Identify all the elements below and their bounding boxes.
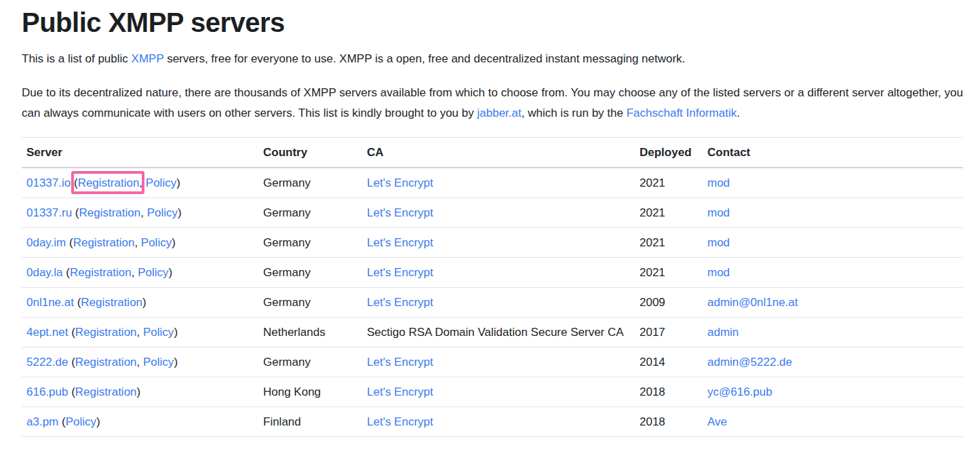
punctuation-text: ) bbox=[137, 385, 141, 398]
server-link[interactable]: 0day.im bbox=[26, 236, 66, 249]
ca-link[interactable]: Let's Encrypt bbox=[367, 176, 433, 189]
server-link[interactable]: 01337.io bbox=[26, 176, 71, 189]
xmpp-link[interactable]: XMPP bbox=[132, 52, 164, 65]
table-header-row: Server Country CA Deployed Contact bbox=[22, 138, 963, 168]
intro-text-2: servers, free for everyone to use. XMPP … bbox=[163, 52, 685, 65]
ca-cell: Let's Encrypt bbox=[362, 228, 635, 258]
description-paragraph: Due to its decentralized nature, there a… bbox=[22, 83, 963, 124]
registration-link[interactable]: Registration bbox=[78, 176, 140, 189]
registration-link[interactable]: Registration bbox=[75, 356, 137, 369]
table-row: 4ept.net (Registration, Policy) Netherla… bbox=[22, 318, 963, 347]
ca-link[interactable]: Let's Encrypt bbox=[367, 415, 433, 428]
table-row: 616.pub (Registration) Hong Kong Let's E… bbox=[22, 377, 963, 407]
registration-link[interactable]: Registration bbox=[73, 236, 135, 249]
server-link[interactable]: 616.pub bbox=[26, 385, 68, 398]
table-row: 0nl1ne.at (Registration) Germany Let's E… bbox=[22, 288, 963, 318]
contact-link[interactable]: mod bbox=[707, 236, 730, 249]
ca-link[interactable]: Let's Encrypt bbox=[367, 266, 433, 279]
ca-cell: Let's Encrypt bbox=[362, 347, 635, 377]
policy-link[interactable]: Policy bbox=[147, 206, 178, 219]
contact-cell: Ave bbox=[703, 407, 963, 437]
policy-link[interactable]: Policy bbox=[143, 356, 174, 369]
registration-link[interactable]: Registration bbox=[81, 296, 142, 309]
punctuation-text: ) bbox=[176, 176, 180, 189]
column-header-ca: CA bbox=[362, 138, 635, 168]
contact-cell: admin bbox=[703, 318, 963, 347]
punctuation-text: ) bbox=[172, 236, 176, 249]
punctuation-text: , bbox=[137, 326, 143, 339]
policy-link[interactable]: Policy bbox=[141, 236, 172, 249]
column-header-contact: Contact bbox=[703, 138, 963, 168]
contact-link[interactable]: admin bbox=[707, 326, 739, 339]
policy-link[interactable]: Policy bbox=[143, 326, 174, 339]
server-cell: 0day.im (Registration, Policy) bbox=[22, 228, 258, 258]
server-link[interactable]: a3.pm bbox=[26, 415, 58, 428]
country-cell: Hong Kong bbox=[258, 377, 362, 407]
ca-link[interactable]: Let's Encrypt bbox=[367, 206, 433, 219]
punctuation-text: , bbox=[137, 356, 143, 369]
intro-text-1: This is a list of public bbox=[22, 52, 132, 65]
contact-link[interactable]: mod bbox=[707, 176, 730, 189]
server-cell: a3.pm (Policy) bbox=[22, 407, 258, 437]
ca-link[interactable]: Let's Encrypt bbox=[367, 236, 433, 249]
punctuation-text: ) bbox=[168, 266, 172, 279]
punctuation-text: , bbox=[134, 236, 140, 249]
policy-link[interactable]: Policy bbox=[66, 415, 96, 428]
ca-cell: Let's Encrypt bbox=[362, 198, 635, 228]
punctuation-text: ) bbox=[96, 415, 100, 428]
table-row: a3.pm (Policy) Finland Let's Encrypt 201… bbox=[22, 407, 963, 437]
server-link[interactable]: 0nl1ne.at bbox=[26, 296, 74, 309]
contact-link[interactable]: mod bbox=[707, 206, 730, 219]
ca-link[interactable]: Let's Encrypt bbox=[367, 296, 433, 309]
ca-cell: Let's Encrypt bbox=[362, 407, 635, 437]
policy-link[interactable]: Policy bbox=[146, 176, 176, 189]
column-header-server: Server bbox=[22, 138, 258, 168]
registration-link[interactable]: Registration bbox=[75, 385, 137, 398]
jabber-at-link[interactable]: jabber.at bbox=[477, 107, 521, 119]
server-link[interactable]: 01337.ru bbox=[26, 206, 72, 219]
server-cell: 0day.la (Registration, Policy) bbox=[22, 258, 258, 288]
contact-link[interactable]: admin@0nl1ne.at bbox=[707, 296, 798, 309]
server-cell: 0nl1ne.at (Registration) bbox=[22, 288, 258, 318]
server-link[interactable]: 0day.la bbox=[26, 266, 63, 279]
deployed-cell: 2021 bbox=[635, 258, 703, 288]
table-row: 01337.io (Registration, Policy) Germany … bbox=[22, 168, 963, 198]
contact-link[interactable]: admin@5222.de bbox=[707, 356, 792, 369]
server-link[interactable]: 4ept.net bbox=[26, 326, 68, 339]
deployed-cell: 2014 bbox=[635, 347, 703, 377]
contact-cell: admin@5222.de bbox=[703, 347, 963, 377]
policy-link[interactable]: Policy bbox=[138, 266, 168, 279]
server-link[interactable]: 5222.de bbox=[26, 356, 68, 369]
contact-link[interactable]: Ave bbox=[707, 415, 727, 428]
fachschaft-informatik-link[interactable]: Fachschaft Informatik bbox=[627, 107, 737, 119]
server-cell: 4ept.net (Registration, Policy) bbox=[22, 318, 258, 347]
contact-link[interactable]: yc@616.pub bbox=[707, 385, 772, 398]
registration-link[interactable]: Registration bbox=[70, 266, 132, 279]
description-text-3: . bbox=[737, 107, 740, 119]
server-cell: 5222.de (Registration, Policy) bbox=[22, 347, 258, 377]
registration-link[interactable]: Registration bbox=[75, 326, 137, 339]
deployed-cell: 2018 bbox=[635, 377, 703, 407]
column-header-country: Country bbox=[258, 138, 362, 168]
server-cell: 01337.io (Registration, Policy) bbox=[22, 168, 258, 198]
ca-text: Sectigo RSA Domain Validation Secure Ser… bbox=[367, 326, 624, 339]
servers-table: Server Country CA Deployed Contact 01337… bbox=[22, 137, 963, 437]
ca-link[interactable]: Let's Encrypt bbox=[367, 385, 433, 398]
punctuation-text: ( bbox=[68, 326, 75, 339]
intro-paragraph: This is a list of public XMPP servers, f… bbox=[22, 49, 963, 69]
country-cell: Germany bbox=[258, 288, 362, 318]
table-row: 0day.im (Registration, Policy) Germany L… bbox=[22, 228, 963, 258]
contact-cell: mod bbox=[703, 198, 963, 228]
ca-link[interactable]: Let's Encrypt bbox=[367, 356, 433, 369]
contact-cell: mod bbox=[703, 228, 963, 258]
contact-cell: admin@0nl1ne.at bbox=[703, 288, 963, 318]
punctuation-text: ( bbox=[74, 296, 81, 309]
ca-cell: Sectigo RSA Domain Validation Secure Ser… bbox=[362, 318, 635, 347]
contact-link[interactable]: mod bbox=[707, 266, 730, 279]
contact-cell: yc@616.pub bbox=[703, 377, 963, 407]
registration-link[interactable]: Registration bbox=[79, 206, 141, 219]
punctuation-text: , bbox=[140, 206, 146, 219]
deployed-cell: 2021 bbox=[635, 228, 703, 258]
punctuation-text: ) bbox=[174, 326, 178, 339]
country-cell: Germany bbox=[258, 347, 362, 377]
